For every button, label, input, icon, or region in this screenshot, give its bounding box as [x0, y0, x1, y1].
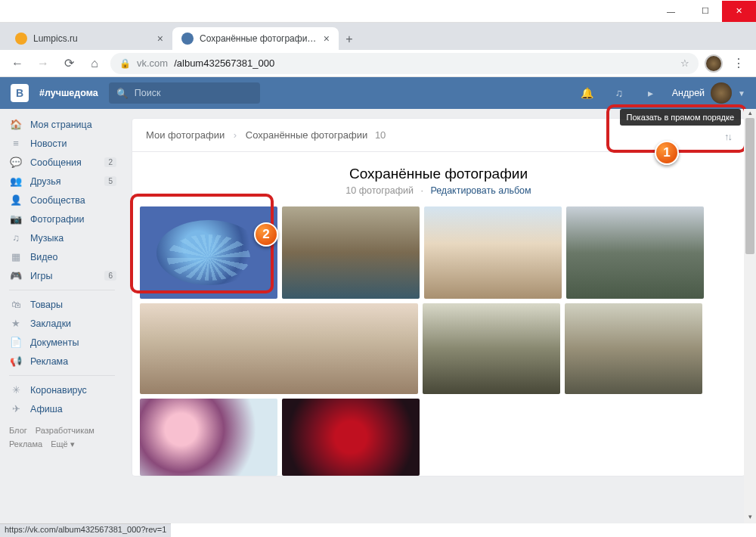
- search-placeholder: Поиск: [135, 88, 161, 98]
- vk-user-menu[interactable]: Андрей ▼: [672, 82, 745, 104]
- sidebar-item[interactable]: 🏠Моя страница: [0, 115, 124, 134]
- browser-tab-active[interactable]: Сохранённые фотографии – 10 ×: [172, 27, 339, 50]
- photo-thumbnail[interactable]: [424, 206, 562, 299]
- sidebar-item-icon: 💬: [9, 157, 23, 168]
- vk-logo-icon[interactable]: В: [11, 84, 29, 102]
- nav-back-button[interactable]: ←: [8, 54, 27, 73]
- sidebar-item-label: Новости: [30, 138, 67, 149]
- sidebar-badge: 6: [104, 271, 116, 281]
- chevron-right-icon: ›: [234, 129, 237, 141]
- profile-avatar[interactable]: [705, 54, 723, 73]
- photo-thumbnail[interactable]: [140, 303, 418, 394]
- bookmark-star-icon[interactable]: ☆: [680, 57, 689, 69]
- tab-close-icon[interactable]: ×: [324, 33, 330, 45]
- sidebar-item-label: Афиша: [30, 404, 63, 414]
- tab-close-icon[interactable]: ×: [157, 33, 163, 45]
- footer-link[interactable]: Блог: [9, 426, 27, 435]
- sidebar-item[interactable]: ≡Новости: [0, 134, 124, 153]
- sidebar-item[interactable]: 📄Документы: [0, 333, 124, 352]
- photo-thumbnail[interactable]: [565, 303, 702, 394]
- new-tab-button[interactable]: +: [339, 29, 360, 50]
- lock-icon: 🔒: [119, 58, 131, 69]
- sidebar-item-icon: 👤: [9, 194, 23, 206]
- sidebar-item-icon: 🛍: [9, 299, 23, 310]
- sort-order-button[interactable]: ↑↓: [724, 131, 731, 142]
- footer-link[interactable]: Разработчикам: [36, 426, 94, 435]
- sidebar-item-icon: ≡: [9, 138, 23, 149]
- breadcrumb-album: Сохранённые фотографии: [246, 129, 367, 141]
- sidebar-footer: Блог Разработчикам Реклама Ещё ▾: [0, 418, 124, 457]
- address-bar[interactable]: 🔒 vk.com/album432567381_000 ☆: [110, 53, 699, 74]
- main-content: Мои фотографии › Сохранённые фотографии …: [124, 109, 756, 523]
- album-title: Сохранённые фотографии: [132, 166, 745, 182]
- sidebar-item-icon: 📢: [9, 355, 23, 367]
- vertical-scrollbar[interactable]: ▴ ▾: [744, 109, 756, 523]
- sidebar-item-label: Фотографии: [30, 214, 84, 225]
- vk-header: В #лучшедома 🔍 Поиск 🔔 ♫ ▸ Андрей ▼: [0, 77, 756, 109]
- vk-body: 🏠Моя страница≡Новости💬Сообщения2👥Друзья5…: [0, 109, 756, 523]
- sidebar-item[interactable]: 👤Сообщества: [0, 191, 124, 210]
- search-icon: 🔍: [116, 88, 129, 99]
- sidebar-item-label: Видео: [30, 252, 58, 262]
- window-maximize-button[interactable]: ☐: [688, 1, 722, 22]
- sidebar-item-label: Моя страница: [30, 120, 92, 130]
- sidebar-item-label: Реклама: [30, 356, 68, 367]
- photo-thumbnail[interactable]: [140, 206, 277, 299]
- browser-menu-button[interactable]: ⋮: [729, 54, 748, 73]
- browser-toolbar: ← → ⟳ ⌂ 🔒 vk.com/album432567381_000 ☆ ⋮: [0, 50, 756, 77]
- nav-home-button[interactable]: ⌂: [85, 54, 104, 73]
- tab-title: Сохранённые фотографии – 10: [200, 33, 318, 44]
- footer-link[interactable]: Ещё ▾: [51, 439, 75, 449]
- sidebar-item-label: Музыка: [30, 233, 64, 244]
- sidebar-item[interactable]: ✳Коронавирус: [0, 380, 124, 399]
- sidebar-item-icon: 🎮: [9, 270, 23, 281]
- sidebar-item-icon: 🏠: [9, 119, 23, 130]
- photo-thumbnail[interactable]: [566, 206, 704, 299]
- window-close-button[interactable]: ✕: [722, 1, 756, 22]
- photo-thumbnail[interactable]: [423, 303, 560, 394]
- sidebar-item-icon: 👥: [9, 175, 23, 187]
- sidebar-item-icon: ✈: [9, 403, 23, 414]
- browser-statusbar: https://vk.com/album432567381_000?rev=1: [0, 523, 171, 537]
- edit-album-link[interactable]: Редактировать альбом: [430, 185, 531, 196]
- music-icon[interactable]: ♫: [609, 87, 630, 99]
- sidebar-item[interactable]: 💬Сообщения2: [0, 153, 124, 172]
- vk-search-input[interactable]: 🔍 Поиск: [109, 82, 260, 104]
- album-card: Мои фотографии › Сохранённые фотографии …: [132, 118, 745, 476]
- separator-dot: ·: [420, 185, 423, 196]
- photo-thumbnail[interactable]: [140, 399, 277, 476]
- sidebar-item[interactable]: 🛍Товары: [0, 295, 124, 314]
- sidebar-item-label: Товары: [30, 300, 63, 310]
- breadcrumb-root[interactable]: Мои фотографии: [146, 129, 225, 141]
- sidebar-item[interactable]: 📷Фотографии: [0, 210, 124, 228]
- vk-hashtag[interactable]: #лучшедома: [39, 88, 98, 98]
- footer-link[interactable]: Реклама: [9, 439, 42, 449]
- sidebar-item-label: Друзья: [30, 176, 61, 187]
- sidebar-item-icon: 📷: [9, 213, 23, 225]
- nav-forward-button[interactable]: →: [33, 54, 53, 73]
- photo-thumbnail[interactable]: [282, 206, 420, 299]
- scrollbar-thumb[interactable]: [745, 118, 754, 254]
- nav-reload-button[interactable]: ⟳: [59, 54, 79, 73]
- notifications-icon[interactable]: 🔔: [577, 87, 598, 99]
- sidebar-item-icon: ✳: [9, 384, 23, 396]
- sidebar-item[interactable]: 📢Реклама: [0, 352, 124, 371]
- sidebar-item[interactable]: 🎮Игры6: [0, 266, 124, 285]
- nav-separator: [9, 375, 115, 376]
- window-minimize-button[interactable]: —: [654, 1, 688, 22]
- nav-separator: [9, 290, 115, 290]
- sidebar-item[interactable]: ▦Видео: [0, 247, 124, 266]
- sidebar-item[interactable]: 👥Друзья5: [0, 172, 124, 191]
- sidebar-item[interactable]: ✈Афиша: [0, 399, 124, 418]
- sidebar-badge: 5: [104, 176, 116, 186]
- photo-thumbnail[interactable]: [282, 399, 420, 476]
- sidebar-item-label: Игры: [30, 271, 52, 281]
- browser-tab[interactable]: Lumpics.ru ×: [6, 27, 172, 50]
- scroll-down-icon[interactable]: ▾: [744, 513, 756, 523]
- sidebar: 🏠Моя страница≡Новости💬Сообщения2👥Друзья5…: [0, 109, 124, 523]
- breadcrumb-count: 10: [375, 129, 386, 141]
- sidebar-item[interactable]: ★Закладки: [0, 314, 124, 333]
- miniplayer-icon[interactable]: ▸: [640, 87, 662, 99]
- user-avatar-icon: [711, 82, 732, 104]
- sidebar-item[interactable]: ♫Музыка: [0, 228, 124, 247]
